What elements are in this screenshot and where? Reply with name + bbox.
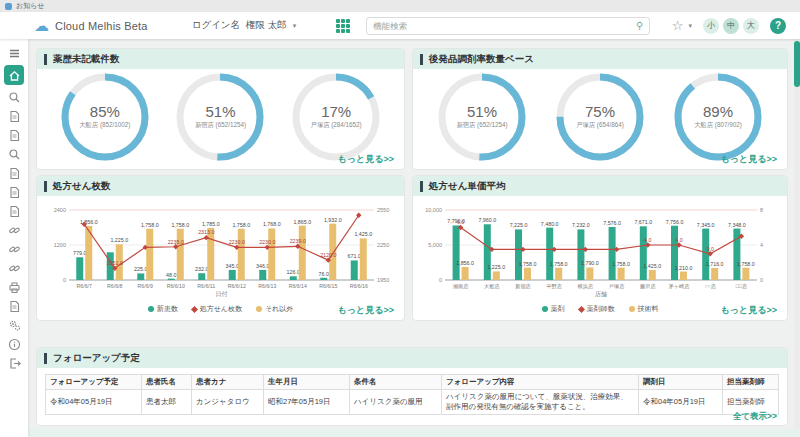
donut-percent: 17% [290,103,382,120]
svg-text:1,932.0: 1,932.0 [324,217,342,223]
svg-text:7,756.0: 7,756.0 [666,219,684,225]
svg-text:2400: 2400 [54,207,66,213]
sidebar-item-link-icon[interactable] [4,259,24,278]
followup-table-row[interactable]: 令和04年05月19日患者太郎カンジャタロウ昭和27年05月19日ハイリスク薬の… [46,390,779,415]
sidebar-item-info-icon[interactable] [4,335,24,354]
legend-item[interactable]: 薬剤師数 [579,304,615,314]
svg-text:2550: 2550 [377,207,389,213]
sidebar-item-document-icon[interactable] [4,107,24,126]
svg-text:1,790.0: 1,790.0 [581,260,599,266]
svg-text:2235.0: 2235.0 [168,239,184,245]
help-button[interactable]: ? [770,18,786,34]
svg-text:横浜店: 横浜店 [578,283,594,290]
svg-text:2120.0: 2120.0 [320,252,336,258]
donut-store-label: 大船店 (807/902) [672,121,764,130]
svg-text:346.0: 346.0 [256,263,269,269]
more-link[interactable]: もっと見る>> [338,304,394,317]
chevron-down-icon: ▾ [293,22,297,30]
sidebar-item-link-icon[interactable] [4,240,24,259]
app-logo-cloud-icon: ☁ [34,18,49,33]
donut-gauge: 17%戸塚店 (284/1652) [290,71,382,163]
sidebar-item-menu-icon[interactable] [4,44,24,63]
svg-text:1950: 1950 [377,277,389,283]
sidebar-item-logout-icon[interactable] [4,354,24,373]
svg-text:4.0: 4.0 [644,237,651,243]
followup-cell: 令和04年05月19日 [639,390,723,415]
svg-text:7,232.0: 7,232.0 [572,222,590,228]
svg-text:1,758.0: 1,758.0 [232,222,250,228]
sidebar-item-document-icon[interactable] [4,297,24,316]
svg-text:2230.0: 2230.0 [259,239,275,245]
scrollbar-thumb[interactable] [794,41,800,87]
legend-item[interactable]: 新患数 [148,304,178,314]
search-icon[interactable]: ⚲ [636,20,643,31]
notice-bar[interactable]: お知らせ [0,0,800,12]
sidebar-item-active-home-icon[interactable] [4,65,24,85]
followup-cell: 令和04年05月19日 [46,390,142,415]
donut-gauge: 51%新宿店 (652/1254) [174,71,266,163]
svg-text:3.0: 3.0 [707,246,714,252]
favorite-star-icon[interactable]: ☆ [672,18,684,33]
favorite-chevron-icon[interactable]: ▾ [688,22,692,30]
donut-gauge: 51%新宿店 (652/1254) [436,71,528,163]
svg-text:店舗: 店舗 [595,290,607,298]
legend-item[interactable]: 薬剤 [542,304,565,314]
svg-text:R6/6/9: R6/6/9 [138,283,153,289]
sidebar-item-search-icon[interactable] [4,145,24,164]
followup-cell: ハイリスク薬の服用について、服薬状況、治療効果、副作用の発現有無の確認を実施する… [442,390,639,415]
svg-text:茅ヶ崎店: 茅ヶ崎店 [669,283,691,290]
legend-item[interactable]: 技術料 [629,304,659,314]
sidebar-item-document-icon[interactable] [4,164,24,183]
sidebar-item-settings-icon[interactable] [4,316,24,335]
svg-text:7,576.0: 7,576.0 [603,220,621,226]
followup-column-header: 患者氏名 [142,375,192,390]
svg-text:1,758.0: 1,758.0 [612,261,630,267]
svg-text:1,768.0: 1,768.0 [263,221,281,227]
font-size-option-3[interactable]: 大 [743,18,759,34]
more-link[interactable]: もっと見る>> [721,153,777,166]
legend-diamond-icon [577,305,584,312]
donut-gauge: 75%戸塚店 (654/864) [554,71,646,163]
sidebar-item-search-icon[interactable] [4,88,24,107]
sidebar-item-document-icon[interactable] [4,183,24,202]
more-link[interactable]: もっと見る>> [338,153,394,166]
app-grid-icon[interactable] [336,19,350,33]
legend-label: それ以外 [265,304,293,314]
font-size-option-2[interactable]: 中 [723,18,739,34]
legend-item[interactable]: 処方せん枚数 [192,304,242,314]
followup-column-header: フォローアップ予定 [46,375,142,390]
svg-text:126.0: 126.0 [287,269,300,275]
svg-text:戸塚店: 戸塚店 [609,283,625,290]
svg-text:1,758.0: 1,758.0 [550,261,568,267]
legend-diamond-icon [191,305,198,312]
function-search-input[interactable] [373,21,636,31]
sidebar-item-printer-icon[interactable] [4,278,24,297]
vertical-scrollbar[interactable] [794,39,800,437]
sidebar-item-document-icon[interactable] [4,126,24,145]
login-block[interactable]: ログイン名 権限 太郎 ▾ [192,19,297,32]
sidebar-item-document-icon[interactable] [4,202,24,221]
sidebar-item-link-icon[interactable] [4,221,24,240]
panel-generic-rate: 後発品調剤率数量ベース 51%新宿店 (652/1254)75%戸塚店 (654… [412,48,788,170]
legend-item[interactable]: それ以外 [256,304,293,314]
sidebar [0,39,28,437]
more-link[interactable]: もっと見る>> [721,304,777,317]
svg-text:R6/6/12: R6/6/12 [228,283,246,289]
show-all-link[interactable]: 全て表示>> [733,411,777,423]
legend-dot-icon [148,306,154,312]
svg-text:□□店: □□店 [736,283,748,290]
svg-text:48.0: 48.0 [166,272,176,278]
followup-cell: カンジャタロウ [192,390,264,415]
panel-accent-bar [420,54,423,65]
panel-prescription-count: 処方せん枚数 012002400195022502550779.0225.048… [36,175,405,321]
followup-column-header: 条件名 [350,375,442,390]
followup-cell: ハイリスク薬の服用 [350,390,442,415]
svg-text:76.0: 76.0 [319,271,329,277]
svg-text:7,348.0: 7,348.0 [728,222,746,228]
followup-column-header: フォローアップ内容 [442,375,639,390]
donut-store-label: 戸塚店 (654/864) [554,121,646,130]
legend-dot-icon [542,306,548,312]
svg-text:1,425.0: 1,425.0 [643,263,661,269]
svg-text:345.0: 345.0 [226,263,239,269]
font-size-option-1[interactable]: 小 [703,18,719,34]
